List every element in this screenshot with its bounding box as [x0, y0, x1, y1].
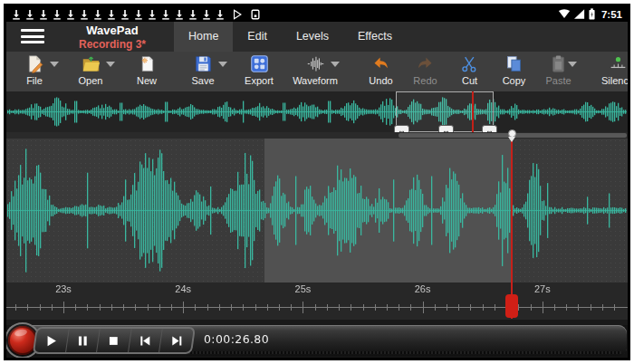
toolbar-button-cut[interactable]: Cut — [447, 52, 492, 91]
ruler-tick — [207, 304, 208, 311]
ruler-tick — [410, 304, 411, 311]
pause-button[interactable] — [66, 329, 101, 352]
ruler-tick — [423, 302, 424, 313]
ruler-tick — [602, 304, 603, 311]
ruler-tick — [279, 304, 280, 311]
ruler-tick — [435, 304, 436, 311]
ruler-tick — [100, 304, 101, 311]
download-icon — [66, 9, 75, 20]
toolbar-button-label: Redo — [413, 75, 437, 86]
toolbar-button-new[interactable]: New — [119, 52, 175, 91]
toolbar-button-label: Waveform — [293, 75, 338, 86]
app-name: WavePad — [53, 24, 171, 38]
playhead-pin-tip — [508, 137, 515, 142]
ribbon-tabs: HomeEditLevelsEffects — [174, 22, 407, 52]
ruler-tick — [183, 302, 184, 313]
play-button[interactable] — [34, 329, 69, 352]
ruler-tick — [219, 304, 220, 311]
overview-waveform-panel[interactable] — [6, 91, 628, 132]
ruler-tick — [52, 304, 53, 311]
main-waveform — [7, 139, 627, 283]
timeline-labels: 23s24s25s26s27s — [6, 283, 628, 297]
download-icon — [134, 9, 143, 20]
playhead-ruler-handle[interactable] — [505, 294, 518, 318]
ribbon-toolbar: FileOpenNewSaveExportWaveformUndoRedoCut… — [6, 52, 628, 91]
ruler-tick — [291, 304, 292, 311]
timeline-label: 24s — [175, 283, 191, 294]
ruler-tick — [327, 304, 328, 311]
tab-effects[interactable]: Effects — [343, 22, 407, 52]
timeline-label: 25s — [295, 283, 312, 294]
timeline-label: 27s — [534, 283, 551, 294]
ruler-tick — [351, 304, 351, 311]
toolbar-button-open[interactable]: Open — [62, 52, 119, 91]
download-icon — [39, 9, 48, 20]
cell-signal-icon — [574, 9, 585, 19]
save-icon — [194, 54, 213, 73]
status-clock: 7:51 — [601, 9, 622, 20]
skip-to-end-button[interactable] — [159, 329, 193, 352]
cut-icon — [460, 54, 479, 73]
redo-icon — [416, 54, 435, 73]
waveform-icon — [306, 54, 325, 73]
title-bar: WavePad Recording 3* HomeEditLevelsEffec… — [6, 22, 628, 52]
dropdown-arrow-icon[interactable] — [331, 62, 340, 67]
ruler-tick — [554, 304, 555, 311]
toolbar-button-label: Export — [245, 75, 274, 86]
ruler-tick — [159, 304, 160, 311]
open-icon — [82, 54, 101, 73]
ruler-tick — [267, 304, 268, 311]
toolbar-button-label: Copy — [503, 75, 526, 86]
ruler-tick — [123, 304, 124, 311]
dropdown-arrow-icon[interactable] — [568, 62, 577, 67]
silence-icon — [609, 54, 628, 73]
main-waveform-panel[interactable] — [6, 139, 628, 283]
tab-edit[interactable]: Edit — [233, 22, 282, 52]
toolbar-button-label: Open — [79, 75, 103, 86]
download-icon — [148, 9, 157, 20]
new-icon — [138, 54, 157, 73]
time-display: 0:00:26.80 — [204, 332, 269, 346]
toolbar-button-redo: Redo — [403, 52, 447, 91]
paste-icon — [549, 54, 568, 73]
toolbar-button-save[interactable]: Save — [175, 52, 231, 91]
ruler-tick — [171, 304, 172, 311]
timeline-ruler[interactable] — [6, 297, 628, 320]
ruler-tick — [148, 304, 149, 311]
tab-home[interactable]: Home — [174, 22, 233, 52]
transport-button-group — [33, 327, 196, 354]
ruler-tick — [483, 304, 484, 311]
download-icon — [80, 9, 89, 20]
stop-button[interactable] — [97, 329, 131, 352]
toolbar-group-2: UndoRedoCutCopyPaste — [359, 52, 581, 91]
toolbar-button-export[interactable]: Export — [231, 52, 287, 91]
ruler-tick — [303, 302, 303, 313]
hamburger-menu-icon[interactable] — [21, 29, 44, 44]
download-icon — [53, 9, 62, 20]
dropdown-arrow-icon[interactable] — [106, 62, 115, 67]
pause-icon — [76, 334, 90, 348]
toolbar-button-silence[interactable]: Silence — [589, 52, 628, 91]
ruler-tick — [399, 304, 399, 311]
toolbar-button-undo[interactable]: Undo — [359, 52, 403, 91]
dropdown-arrow-icon[interactable] — [50, 62, 59, 67]
wifi-icon — [558, 9, 571, 19]
document-name: Recording 3* — [53, 38, 171, 51]
toolbar-button-label: Paste — [545, 75, 571, 86]
skip-to-start-button[interactable] — [129, 329, 163, 352]
download-icon — [175, 9, 184, 20]
app-title-block: WavePad Recording 3* — [53, 24, 171, 51]
toolbar-button-paste: Paste — [536, 52, 581, 91]
ruler-tick — [75, 304, 76, 311]
playhead-line — [511, 133, 513, 319]
toolbar-button-file[interactable]: File — [6, 52, 62, 91]
overview-playhead-line — [472, 91, 474, 132]
overview-waveform — [7, 91, 627, 132]
download-icon — [188, 9, 197, 20]
toolbar-button-copy[interactable]: Copy — [492, 52, 536, 91]
dropdown-arrow-icon[interactable] — [218, 62, 227, 67]
toolbar-button-waveform[interactable]: Waveform — [287, 52, 343, 91]
scrollbar-track[interactable] — [6, 132, 628, 139]
tab-levels[interactable]: Levels — [282, 22, 343, 52]
system-status-icons: 7:51 — [558, 8, 622, 20]
